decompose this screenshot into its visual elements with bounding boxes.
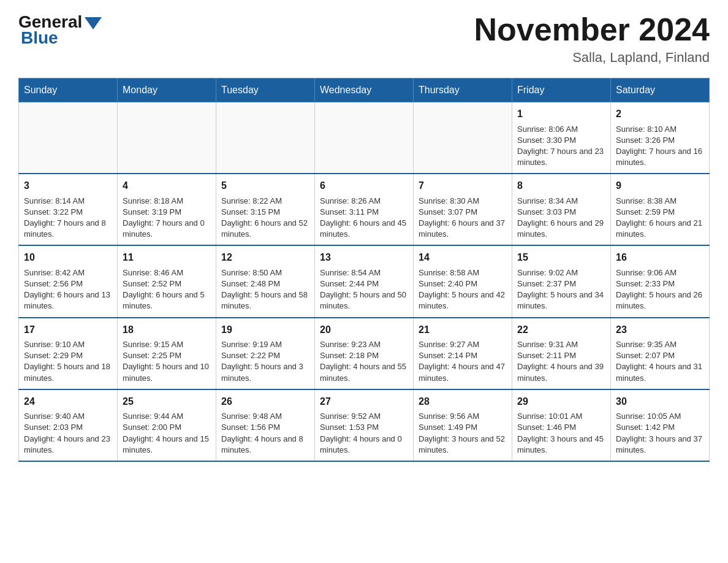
day-info: Sunrise: 8:38 AM Sunset: 2:59 PM Dayligh… [616, 196, 702, 239]
calendar-cell: 19Sunrise: 9:19 AM Sunset: 2:22 PM Dayli… [216, 318, 315, 389]
day-info: Sunrise: 9:06 AM Sunset: 2:33 PM Dayligh… [616, 268, 702, 311]
calendar-cell: 30Sunrise: 10:05 AM Sunset: 1:42 PM Dayl… [611, 389, 710, 461]
day-info: Sunrise: 8:30 AM Sunset: 3:07 PM Dayligh… [419, 196, 505, 239]
day-number: 28 [419, 395, 507, 408]
day-info: Sunrise: 9:48 AM Sunset: 1:56 PM Dayligh… [221, 412, 303, 454]
calendar-cell: 1Sunrise: 8:06 AM Sunset: 3:30 PM Daylig… [512, 102, 611, 174]
calendar-cell: 5Sunrise: 8:22 AM Sunset: 3:15 PM Daylig… [216, 174, 315, 245]
day-number: 25 [123, 395, 211, 408]
day-info: Sunrise: 9:44 AM Sunset: 2:00 PM Dayligh… [123, 412, 209, 454]
day-number: 6 [320, 179, 408, 193]
calendar-cell: 27Sunrise: 9:52 AM Sunset: 1:53 PM Dayli… [315, 389, 414, 461]
day-of-week-header: Wednesday [315, 79, 414, 102]
day-number: 17 [24, 323, 112, 337]
day-of-week-header: Monday [118, 79, 216, 102]
day-info: Sunrise: 8:58 AM Sunset: 2:40 PM Dayligh… [419, 268, 505, 311]
day-of-week-header: Thursday [414, 79, 512, 102]
calendar-cell: 17Sunrise: 9:10 AM Sunset: 2:29 PM Dayli… [19, 318, 118, 389]
calendar-cell: 4Sunrise: 8:18 AM Sunset: 3:19 PM Daylig… [118, 174, 216, 245]
day-info: Sunrise: 8:46 AM Sunset: 2:52 PM Dayligh… [123, 268, 205, 311]
calendar-cell [315, 102, 414, 174]
title-block: November 2024 Salla, Lapland, Finland [474, 12, 710, 66]
day-number: 10 [24, 251, 112, 264]
calendar-cell [19, 102, 118, 174]
calendar-cell: 20Sunrise: 9:23 AM Sunset: 2:18 PM Dayli… [315, 318, 414, 389]
day-number: 7 [419, 179, 507, 193]
calendar-cell: 3Sunrise: 8:14 AM Sunset: 3:22 PM Daylig… [19, 174, 118, 245]
day-info: Sunrise: 8:14 AM Sunset: 3:22 PM Dayligh… [24, 196, 106, 239]
calendar-cell: 18Sunrise: 9:15 AM Sunset: 2:25 PM Dayli… [118, 318, 216, 389]
day-number: 1 [517, 107, 605, 121]
calendar-cell [414, 102, 512, 174]
day-info: Sunrise: 8:18 AM Sunset: 3:19 PM Dayligh… [123, 196, 205, 239]
logo-blue-text: Blue [18, 28, 58, 48]
day-number: 8 [517, 179, 605, 193]
calendar-cell: 10Sunrise: 8:42 AM Sunset: 2:56 PM Dayli… [19, 245, 118, 317]
day-info: Sunrise: 9:40 AM Sunset: 2:03 PM Dayligh… [24, 412, 110, 454]
day-of-week-header: Saturday [611, 79, 710, 102]
calendar-cell: 13Sunrise: 8:54 AM Sunset: 2:44 PM Dayli… [315, 245, 414, 317]
day-info: Sunrise: 10:01 AM Sunset: 1:46 PM Daylig… [517, 412, 604, 454]
day-number: 16 [616, 251, 704, 264]
day-number: 27 [320, 395, 408, 408]
calendar-week-row: 17Sunrise: 9:10 AM Sunset: 2:29 PM Dayli… [19, 318, 710, 389]
calendar-header: SundayMondayTuesdayWednesdayThursdayFrid… [19, 79, 710, 102]
day-info: Sunrise: 9:10 AM Sunset: 2:29 PM Dayligh… [24, 340, 110, 383]
day-info: Sunrise: 9:31 AM Sunset: 2:11 PM Dayligh… [517, 340, 604, 383]
calendar-cell: 9Sunrise: 8:38 AM Sunset: 2:59 PM Daylig… [611, 174, 710, 245]
day-number: 4 [123, 179, 211, 193]
day-info: Sunrise: 10:05 AM Sunset: 1:42 PM Daylig… [616, 412, 702, 454]
day-number: 29 [517, 395, 605, 408]
day-number: 14 [419, 251, 507, 264]
day-info: Sunrise: 8:06 AM Sunset: 3:30 PM Dayligh… [517, 124, 604, 167]
calendar-cell: 23Sunrise: 9:35 AM Sunset: 2:07 PM Dayli… [611, 318, 710, 389]
day-of-week-header: Friday [512, 79, 611, 102]
day-number: 26 [221, 395, 309, 408]
day-info: Sunrise: 8:34 AM Sunset: 3:03 PM Dayligh… [517, 196, 604, 239]
day-info: Sunrise: 9:15 AM Sunset: 2:25 PM Dayligh… [123, 340, 209, 383]
calendar-cell: 15Sunrise: 9:02 AM Sunset: 2:37 PM Dayli… [512, 245, 611, 317]
calendar-cell: 21Sunrise: 9:27 AM Sunset: 2:14 PM Dayli… [414, 318, 512, 389]
location-subtitle: Salla, Lapland, Finland [474, 50, 710, 66]
day-info: Sunrise: 9:27 AM Sunset: 2:14 PM Dayligh… [419, 340, 505, 383]
day-info: Sunrise: 8:42 AM Sunset: 2:56 PM Dayligh… [24, 268, 110, 311]
month-title: November 2024 [474, 12, 710, 47]
calendar-cell: 11Sunrise: 8:46 AM Sunset: 2:52 PM Dayli… [118, 245, 216, 317]
day-number: 22 [517, 323, 605, 337]
calendar-cell: 24Sunrise: 9:40 AM Sunset: 2:03 PM Dayli… [19, 389, 118, 461]
calendar-cell: 12Sunrise: 8:50 AM Sunset: 2:48 PM Dayli… [216, 245, 315, 317]
day-number: 15 [517, 251, 605, 264]
day-info: Sunrise: 9:35 AM Sunset: 2:07 PM Dayligh… [616, 340, 702, 383]
calendar-cell: 25Sunrise: 9:44 AM Sunset: 2:00 PM Dayli… [118, 389, 216, 461]
calendar-cell: 8Sunrise: 8:34 AM Sunset: 3:03 PM Daylig… [512, 174, 611, 245]
day-number: 2 [616, 107, 704, 121]
day-info: Sunrise: 9:23 AM Sunset: 2:18 PM Dayligh… [320, 340, 406, 383]
day-number: 9 [616, 179, 704, 193]
day-number: 5 [221, 179, 309, 193]
day-number: 13 [320, 251, 408, 264]
calendar-cell: 29Sunrise: 10:01 AM Sunset: 1:46 PM Dayl… [512, 389, 611, 461]
header-row: SundayMondayTuesdayWednesdayThursdayFrid… [19, 79, 710, 102]
page-header: General Blue November 2024 Salla, Laplan… [18, 12, 710, 66]
day-number: 19 [221, 323, 309, 337]
calendar-cell: 14Sunrise: 8:58 AM Sunset: 2:40 PM Dayli… [414, 245, 512, 317]
logo-arrow-icon [85, 17, 102, 29]
calendar-week-row: 3Sunrise: 8:14 AM Sunset: 3:22 PM Daylig… [19, 174, 710, 245]
day-number: 23 [616, 323, 704, 337]
day-info: Sunrise: 8:54 AM Sunset: 2:44 PM Dayligh… [320, 268, 406, 311]
logo: General Blue [18, 12, 102, 48]
calendar-cell: 22Sunrise: 9:31 AM Sunset: 2:11 PM Dayli… [512, 318, 611, 389]
day-number: 30 [616, 395, 704, 408]
calendar-week-row: 24Sunrise: 9:40 AM Sunset: 2:03 PM Dayli… [19, 389, 710, 461]
day-info: Sunrise: 8:22 AM Sunset: 3:15 PM Dayligh… [221, 196, 308, 239]
calendar-cell: 28Sunrise: 9:56 AM Sunset: 1:49 PM Dayli… [414, 389, 512, 461]
day-info: Sunrise: 9:56 AM Sunset: 1:49 PM Dayligh… [419, 412, 505, 454]
calendar-cell [216, 102, 315, 174]
calendar-week-row: 10Sunrise: 8:42 AM Sunset: 2:56 PM Dayli… [19, 245, 710, 317]
day-number: 3 [24, 179, 112, 193]
day-info: Sunrise: 9:02 AM Sunset: 2:37 PM Dayligh… [517, 268, 604, 311]
calendar-table: SundayMondayTuesdayWednesdayThursdayFrid… [18, 78, 710, 462]
day-info: Sunrise: 9:19 AM Sunset: 2:22 PM Dayligh… [221, 340, 303, 383]
day-number: 21 [419, 323, 507, 337]
day-of-week-header: Tuesday [216, 79, 315, 102]
